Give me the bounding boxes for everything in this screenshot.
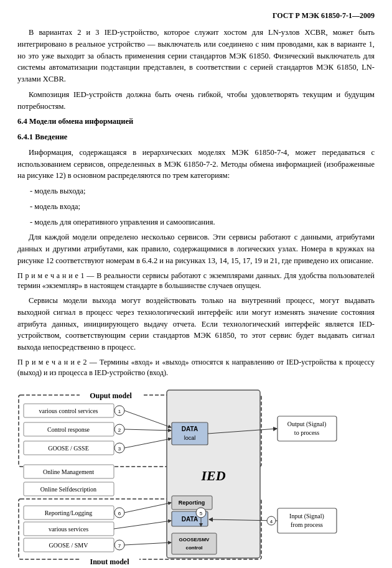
output-model-label: Ouput model (90, 391, 132, 400)
page-header: ГОСТ Р МЭК 61850-7-1—2009 (17, 11, 375, 21)
ied-label: IED (200, 468, 225, 483)
svg-line-50 (124, 542, 171, 545)
service-reporting: Reporting/Logging (45, 510, 93, 516)
svg-line-51 (114, 521, 171, 529)
svg-text:6: 6 (118, 511, 121, 516)
svg-text:GOOSE/SMV: GOOSE/SMV (179, 537, 210, 542)
svg-text:Output (Signal): Output (Signal) (287, 421, 327, 428)
para1: В вариантах 2 и 3 IED-устройство, которо… (17, 27, 375, 85)
list-item-2: - модель входа; (17, 201, 375, 213)
svg-text:to process: to process (294, 429, 319, 436)
sub-heading: 6.4.1 Введение (17, 131, 375, 143)
svg-line-33 (124, 439, 171, 448)
svg-text:DATA: DATA (182, 426, 198, 432)
diagram: Ouput model Input model IED DATA local D… (17, 384, 375, 567)
diagram-svg: Ouput model Input model IED DATA local D… (17, 384, 375, 564)
svg-text:7: 7 (118, 543, 121, 549)
input-model-label: Input model (90, 557, 129, 564)
svg-text:Reporting: Reporting (179, 500, 205, 506)
service-various-control: various control services (39, 407, 98, 414)
svg-text:Input (Signal): Input (Signal) (289, 513, 324, 520)
svg-line-25 (124, 411, 171, 427)
svg-text:2: 2 (118, 427, 121, 433)
svg-line-29 (124, 429, 171, 431)
svg-text:5: 5 (200, 511, 203, 516)
service-online-selfdesc: Online Selfdescription (40, 486, 96, 493)
service-goose-smv: GOOSE / SMV (49, 542, 89, 549)
list-item-1: - модель выхода; (17, 185, 375, 197)
svg-text:from process: from process (291, 521, 323, 528)
svg-text:3: 3 (118, 446, 121, 452)
service-online-management: Online Management (43, 468, 94, 475)
body-content: В вариантах 2 и 3 IED-устройство, которо… (17, 27, 375, 378)
note1: П р и м е ч а н и е 1 — В реальности сер… (17, 271, 375, 292)
list-item-3: - модель для оперативного управления и с… (17, 216, 375, 228)
para5: Сервисы модели выхода могут воздействова… (17, 295, 375, 353)
note2: П р и м е ч а н и е 2 — Термины «вход» и… (17, 357, 375, 378)
svg-text:control: control (185, 545, 202, 551)
svg-rect-16 (278, 508, 337, 533)
svg-text:4: 4 (270, 519, 273, 524)
service-control-response: Control response (47, 426, 90, 433)
note2-label: П р и м е ч а н и е 2 — (17, 358, 100, 366)
svg-line-39 (124, 503, 171, 513)
service-various: various services (49, 526, 88, 533)
para3: Информация, содержащаяся в иерархических… (17, 147, 375, 182)
svg-text:1: 1 (118, 409, 121, 414)
note1-label: П р и м е ч а н и е 1 — (17, 271, 96, 280)
para2: Композиция IED-устройств должна быть оче… (17, 89, 375, 113)
svg-text:local: local (184, 435, 196, 441)
svg-text:DATA: DATA (182, 516, 198, 523)
service-goose-gsse: GOOSE / GSSE (48, 445, 89, 452)
section-heading: 6.4 Модели обмена информацией (17, 116, 375, 128)
para4: Для каждой модели определено несколько с… (17, 231, 375, 266)
header-title: ГОСТ Р МЭК 61850-7-1—2009 (17, 11, 375, 21)
svg-rect-12 (278, 416, 337, 441)
